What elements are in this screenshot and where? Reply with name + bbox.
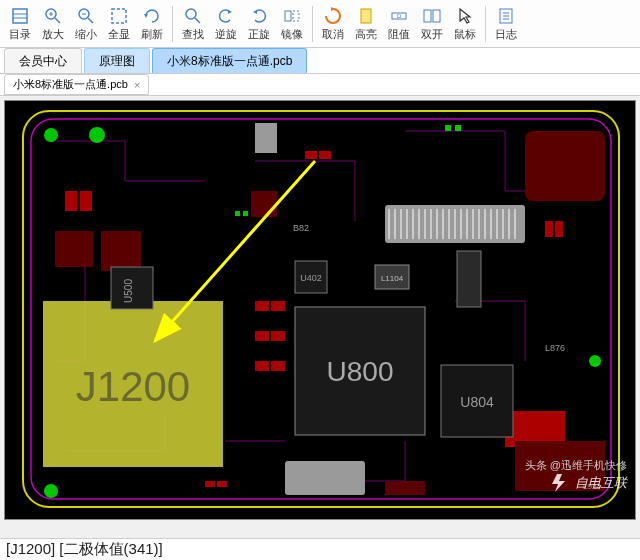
tab-schematic[interactable]: 原理图: [84, 48, 150, 73]
svg-text:Ω: Ω: [397, 13, 402, 19]
log-icon: [496, 6, 516, 26]
zoomout-icon: [76, 6, 96, 26]
tab-member-center[interactable]: 会员中心: [4, 48, 82, 73]
tool-fit[interactable]: 全显: [103, 3, 135, 45]
svg-line-8: [88, 18, 93, 23]
tool-log[interactable]: 日志: [490, 3, 522, 45]
tool-zoomout[interactable]: 缩小: [70, 3, 102, 45]
svg-rect-10: [112, 9, 126, 23]
svg-marker-18: [331, 7, 335, 11]
svg-rect-62: [255, 123, 277, 153]
tool-label: 高亮: [355, 27, 377, 42]
svg-rect-46: [271, 361, 285, 371]
svg-point-32: [89, 127, 105, 143]
svg-rect-36: [455, 125, 461, 131]
zoomin-icon: [43, 6, 63, 26]
tool-res[interactable]: Ω阻值: [383, 3, 415, 45]
svg-rect-52: [305, 151, 317, 159]
svg-rect-38: [243, 211, 248, 216]
svg-rect-42: [271, 301, 285, 311]
tool-label: 取消: [322, 27, 344, 42]
svg-rect-23: [433, 10, 440, 22]
svg-rect-45: [255, 361, 269, 371]
toc-icon: [10, 6, 30, 26]
svg-line-4: [55, 18, 60, 23]
tool-dual[interactable]: 双开: [416, 3, 448, 45]
label-u800: U800: [327, 356, 394, 387]
status-bar: [J1200] [二极体值(341)]: [0, 538, 640, 560]
close-icon[interactable]: ×: [134, 79, 140, 91]
svg-rect-16: [285, 11, 291, 21]
svg-rect-57: [525, 131, 605, 201]
label-u804: U804: [460, 394, 494, 410]
svg-rect-54: [55, 231, 93, 267]
svg-line-13: [195, 18, 200, 23]
tool-find[interactable]: 查找: [177, 3, 209, 45]
tool-refresh[interactable]: 刷新: [136, 3, 168, 45]
pcb-viewer[interactable]: J1200 U800 U804 U500 U402 J1506 L1104 L8…: [4, 100, 636, 520]
svg-rect-19: [361, 9, 371, 23]
svg-marker-11: [144, 14, 148, 18]
toolbar: 目录放大缩小全显刷新查找逆旋正旋镜像取消高亮Ω阻值双开鼠标日志: [0, 0, 640, 48]
svg-rect-37: [235, 211, 240, 216]
primary-tabs: 会员中心 原理图 小米8标准版一点通.pcb: [0, 48, 640, 74]
svg-rect-53: [319, 151, 331, 159]
svg-rect-35: [445, 125, 451, 131]
svg-rect-55: [101, 231, 141, 271]
svg-rect-61: [285, 461, 365, 495]
tool-mouse[interactable]: 鼠标: [449, 3, 481, 45]
document-tabs: 小米8标准版一点通.pcb ×: [0, 74, 640, 96]
svg-marker-24: [460, 9, 470, 23]
tool-label: 全显: [108, 27, 130, 42]
tool-rotr[interactable]: 正旋: [243, 3, 275, 45]
svg-rect-49: [205, 481, 215, 487]
hl-icon: [356, 6, 376, 26]
mouse-icon: [455, 6, 475, 26]
tool-label: 阻值: [388, 27, 410, 42]
svg-rect-41: [255, 301, 269, 311]
svg-rect-59: [385, 481, 425, 495]
label-u402: U402: [300, 273, 322, 283]
tool-mirror[interactable]: 镜像: [276, 3, 308, 45]
svg-rect-40: [80, 191, 92, 211]
cancel-icon: [323, 6, 343, 26]
tool-label: 缩小: [75, 27, 97, 42]
svg-rect-43: [255, 331, 269, 341]
label-u500: U500: [123, 279, 134, 303]
refresh-icon: [142, 6, 162, 26]
label-j1200: J1200: [76, 363, 190, 410]
svg-marker-88: [552, 474, 565, 492]
svg-marker-15: [253, 10, 257, 14]
doc-tab-pcb[interactable]: 小米8标准版一点通.pcb ×: [4, 74, 149, 95]
tool-label: 刷新: [141, 27, 163, 42]
svg-rect-48: [555, 221, 563, 237]
label-l1104: L1104: [381, 274, 404, 283]
svg-point-34: [44, 484, 58, 498]
fit-icon: [109, 6, 129, 26]
bolt-icon: [549, 473, 569, 493]
credit-text: 头条 @迅维手机快修: [525, 458, 627, 473]
svg-rect-47: [545, 221, 553, 237]
tool-label: 镜像: [281, 27, 303, 42]
tool-label: 双开: [421, 27, 443, 42]
svg-point-12: [186, 9, 196, 19]
tool-toc[interactable]: 目录: [4, 3, 36, 45]
svg-rect-50: [217, 481, 227, 487]
tool-cancel[interactable]: 取消: [317, 3, 349, 45]
tool-label: 查找: [182, 27, 204, 42]
label-b82: B82: [293, 223, 309, 233]
svg-rect-17: [293, 11, 299, 21]
svg-rect-44: [271, 331, 285, 341]
svg-rect-56: [251, 191, 277, 217]
svg-rect-22: [424, 10, 431, 22]
tool-label: 正旋: [248, 27, 270, 42]
tab-pcb[interactable]: 小米8标准版一点通.pcb: [152, 48, 307, 73]
tool-hl[interactable]: 高亮: [350, 3, 382, 45]
svg-point-33: [589, 355, 601, 367]
tool-rotl[interactable]: 逆旋: [210, 3, 242, 45]
tool-zoomin[interactable]: 放大: [37, 3, 69, 45]
tool-label: 逆旋: [215, 27, 237, 42]
watermark: 自电互联: [549, 473, 627, 493]
mirror-icon: [282, 6, 302, 26]
label-l876: L876: [545, 343, 565, 353]
